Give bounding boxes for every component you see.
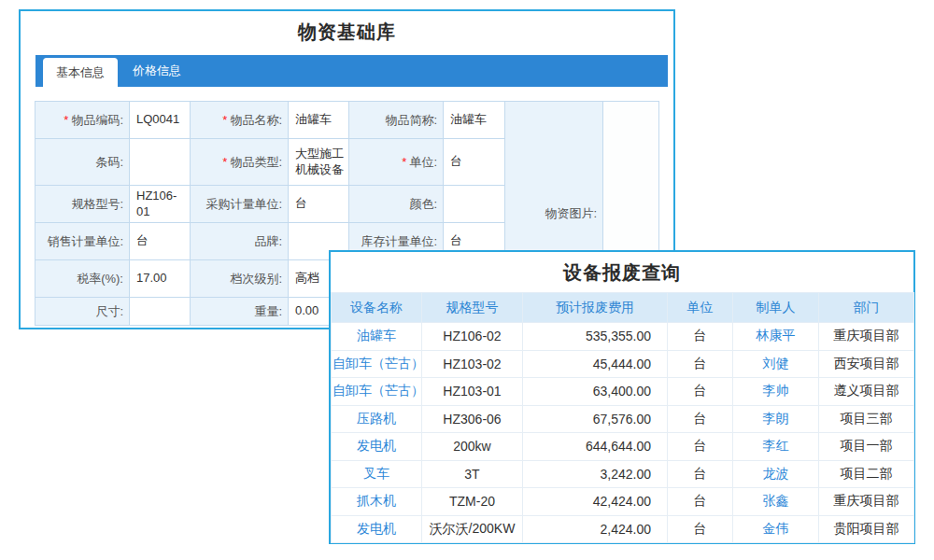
column-header: 单位 — [668, 293, 733, 323]
tab-price-info[interactable]: 价格信息 — [118, 55, 196, 87]
field-label: 税率(%): — [35, 260, 130, 298]
required-asterisk: * — [402, 155, 406, 169]
field-label: 采购计量单位: — [191, 186, 289, 223]
unit: 台 — [668, 488, 733, 516]
scrap-cost: 3,242.00 — [523, 460, 668, 488]
spec-model: HZ306-06 — [422, 405, 523, 433]
field-value[interactable]: 油罐车 — [289, 102, 349, 139]
column-header: 设备名称 — [332, 293, 422, 323]
unit: 台 — [668, 378, 733, 406]
unit: 台 — [668, 460, 733, 488]
scrap-cost: 2,424.00 — [523, 515, 668, 543]
field-label: 重量: — [191, 298, 289, 326]
page-title: 物资基础库 — [21, 20, 673, 44]
field-value[interactable]: 大型施工机械设备 — [289, 139, 349, 186]
spec-model: HZ106-02 — [422, 323, 523, 351]
spec-model: HZ103-02 — [422, 350, 523, 378]
table-row: 自卸车（芒古）HZ103-0163,400.00台李帅遵义项目部 — [332, 378, 914, 406]
equipment-name-link[interactable]: 发电机 — [332, 515, 422, 543]
column-header: 制单人 — [733, 293, 819, 323]
field-value[interactable] — [130, 139, 191, 186]
column-header: 规格型号 — [422, 293, 523, 323]
equipment-name-link[interactable]: 压路机 — [332, 405, 422, 433]
table-row: 压路机HZ306-0667,576.00台李朗项目三部 — [332, 405, 914, 433]
field-label: *单位: — [349, 139, 444, 186]
creator-link[interactable]: 李帅 — [733, 378, 819, 406]
tab-basic-info[interactable]: 基本信息 — [43, 58, 118, 87]
scrap-cost: 67,576.00 — [523, 405, 668, 433]
field-label: 销售计量单位: — [35, 223, 130, 260]
equipment-name-link[interactable]: 抓木机 — [332, 488, 422, 516]
tab-bar: 基本信息 价格信息 — [35, 55, 668, 87]
field-value[interactable]: 17.00 — [130, 260, 191, 298]
scrap-query-table: 设备名称规格型号预计报废费用单位制单人部门 油罐车HZ106-02535,355… — [331, 292, 914, 543]
creator-link[interactable]: 龙波 — [733, 460, 819, 488]
department: 遵义项目部 — [819, 378, 914, 406]
field-label: 品牌: — [191, 223, 289, 260]
department: 项目一部 — [819, 433, 914, 461]
table-row: 叉车3T3,242.00台龙波项目二部 — [332, 460, 914, 488]
spec-model: 200kw — [422, 433, 523, 461]
field-label: 物品简称: — [349, 102, 444, 139]
field-label: *物品名称: — [191, 102, 289, 139]
department: 项目二部 — [819, 460, 914, 488]
column-header: 部门 — [819, 293, 914, 323]
department: 重庆项目部 — [819, 488, 914, 516]
creator-link[interactable]: 林康平 — [733, 323, 819, 351]
field-value[interactable] — [130, 298, 191, 326]
department: 贵阳项目部 — [819, 515, 914, 543]
creator-link[interactable]: 刘健 — [733, 350, 819, 378]
field-label: 档次级别: — [191, 260, 289, 298]
unit: 台 — [668, 323, 733, 351]
equipment-name-link[interactable]: 叉车 — [332, 460, 422, 488]
table-row: 油罐车HZ106-02535,355.00台林康平重庆项目部 — [332, 323, 914, 351]
department: 项目三部 — [819, 405, 914, 433]
field-label: *物品编码: — [35, 102, 130, 139]
scrap-cost: 644,644.00 — [523, 433, 668, 461]
creator-link[interactable]: 李红 — [733, 433, 819, 461]
creator-link[interactable]: 李朗 — [733, 405, 819, 433]
spec-model: HZ103-01 — [422, 378, 523, 406]
equipment-name-link[interactable]: 发电机 — [332, 433, 422, 461]
scrap-cost: 63,400.00 — [523, 378, 668, 406]
field-value[interactable] — [444, 186, 505, 223]
field-value[interactable]: 油罐车 — [444, 102, 505, 139]
equipment-name-link[interactable]: 油罐车 — [332, 323, 422, 351]
column-header: 预计报废费用 — [523, 293, 668, 323]
form-row: *物品编码:LQ0041*物品名称:油罐车物品简称:油罐车物资图片: — [35, 102, 659, 139]
field-label: 规格型号: — [35, 186, 130, 223]
field-value[interactable]: LQ0041 — [130, 102, 191, 139]
field-value[interactable]: 台 — [130, 223, 191, 260]
required-asterisk: * — [64, 113, 68, 127]
spec-model: TZM-20 — [422, 488, 523, 516]
scrap-cost: 535,355.00 — [523, 323, 668, 351]
table-row: 自卸车（芒古）HZ103-0245,444.00台刘健西安项目部 — [332, 350, 914, 378]
field-value[interactable]: 台 — [289, 186, 349, 223]
scrap-query-title: 设备报废查询 — [331, 260, 913, 285]
creator-link[interactable]: 金伟 — [733, 515, 819, 543]
creator-link[interactable]: 张鑫 — [733, 488, 819, 516]
department: 西安项目部 — [819, 350, 914, 378]
unit: 台 — [668, 515, 733, 543]
table-row: 发电机200kw644,644.00台李红项目一部 — [332, 433, 914, 461]
required-asterisk: * — [222, 155, 227, 169]
unit: 台 — [668, 433, 733, 461]
field-label: *物品类型: — [191, 139, 289, 186]
field-value[interactable]: HZ106-01 — [130, 186, 191, 223]
field-label: 条码: — [35, 139, 130, 186]
department: 重庆项目部 — [819, 323, 914, 351]
field-label: 颜色: — [349, 186, 444, 223]
field-value[interactable]: 台 — [444, 139, 505, 186]
unit: 台 — [668, 350, 733, 378]
unit: 台 — [668, 405, 733, 433]
table-row: 抓木机TZM-2042,424.00台张鑫重庆项目部 — [332, 488, 914, 516]
table-row: 发电机沃尔沃/200KW2,424.00台金伟贵阳项目部 — [332, 515, 914, 543]
equipment-name-link[interactable]: 自卸车（芒古） — [332, 350, 422, 378]
required-asterisk: * — [222, 113, 227, 127]
scrap-cost: 45,444.00 — [523, 350, 668, 378]
spec-model: 沃尔沃/200KW — [422, 515, 523, 543]
spec-model: 3T — [422, 460, 523, 488]
scrap-cost: 42,424.00 — [523, 488, 668, 516]
scrap-query-panel: 设备报废查询 设备名称规格型号预计报废费用单位制单人部门 油罐车HZ106-02… — [329, 250, 915, 544]
equipment-name-link[interactable]: 自卸车（芒古） — [332, 378, 422, 406]
